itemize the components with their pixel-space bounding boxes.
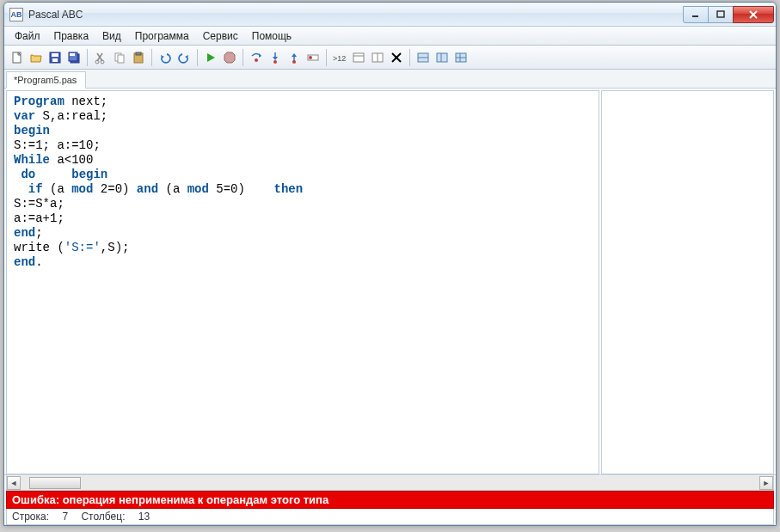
code-token: begin (71, 168, 107, 181)
horizontal-scrollbar[interactable]: ◄ ► (6, 475, 774, 491)
svg-rect-36 (437, 53, 447, 62)
svg-rect-6 (52, 53, 58, 57)
stop-icon[interactable] (220, 48, 239, 67)
code-token: mod (187, 182, 209, 196)
code-token: and (137, 182, 158, 196)
eval-icon[interactable]: >123 (330, 48, 349, 67)
svg-marker-19 (224, 52, 235, 63)
code-token: do (14, 168, 35, 181)
minimize-button[interactable] (683, 6, 709, 23)
code-token: end (14, 226, 35, 240)
close-button[interactable] (733, 6, 774, 23)
code-token: 2=0) (93, 182, 136, 196)
layout3-icon[interactable] (451, 48, 470, 67)
svg-rect-28 (353, 53, 364, 62)
titlebar[interactable]: AB Pascal ABC (4, 3, 776, 27)
svg-point-24 (292, 60, 296, 64)
copy-icon[interactable] (110, 48, 129, 67)
svg-point-22 (273, 60, 277, 64)
code-token (35, 168, 71, 181)
tab-program5[interactable]: *Program5.pas (6, 71, 86, 89)
svg-rect-10 (70, 53, 75, 56)
svg-point-20 (255, 58, 258, 62)
breakpoint-icon[interactable] (304, 48, 322, 67)
undo-icon[interactable] (156, 48, 175, 67)
scroll-left-icon[interactable]: ◄ (7, 476, 21, 490)
scroll-right-icon[interactable]: ► (759, 476, 773, 490)
status-bar: Строка: 7 Столбец: 13 (6, 509, 774, 525)
toolbar: >123 (4, 46, 776, 70)
code-token: (a (43, 182, 72, 196)
toolbar-separator (197, 49, 198, 66)
window-title: Pascal ABC (28, 9, 684, 21)
menu-service[interactable]: Сервис (196, 28, 245, 45)
window-controls (684, 6, 774, 23)
menu-program[interactable]: Программа (128, 28, 196, 45)
toolbar-separator (87, 49, 88, 66)
svg-point-26 (309, 56, 312, 59)
status-col-label: Столбец: (81, 511, 125, 523)
save-all-icon[interactable] (64, 48, 83, 67)
code-token: While (14, 153, 50, 167)
error-bar: Ошибка: операция неприменима к операндам… (6, 491, 774, 509)
step-over-icon[interactable] (247, 48, 266, 67)
code-token: then (274, 182, 304, 196)
app-icon: AB (9, 8, 23, 21)
svg-rect-16 (118, 55, 124, 63)
save-icon[interactable] (46, 48, 64, 67)
svg-rect-7 (52, 58, 58, 62)
step-out-icon[interactable] (285, 48, 304, 67)
toolbar-separator (151, 49, 152, 66)
status-col-value: 13 (138, 511, 150, 523)
scrollbar-track[interactable] (21, 476, 759, 490)
code-token: a<100 (50, 153, 93, 167)
new-file-icon[interactable] (8, 48, 27, 67)
toolbar-separator (243, 49, 243, 66)
side-panel (601, 90, 774, 474)
paste-icon[interactable] (129, 48, 148, 67)
code-token: var (14, 109, 35, 123)
code-token: next; (64, 95, 107, 108)
menu-file[interactable]: Файл (8, 28, 47, 45)
code-token: a:=a+1; (14, 211, 64, 225)
code-token: ,S); (101, 241, 130, 254)
cut-icon[interactable] (91, 48, 110, 67)
layout2-icon[interactable] (433, 48, 451, 67)
editor-area: Program next; var S,a:real; begin S:=1; … (4, 89, 776, 475)
toolbar-separator (409, 49, 410, 66)
svg-rect-18 (136, 52, 141, 55)
step-into-icon[interactable] (266, 48, 285, 67)
menu-view[interactable]: Вид (95, 28, 128, 45)
code-token: Program (14, 95, 64, 108)
app-window: AB Pascal ABC Файл Правка Вид Программа … (3, 2, 777, 526)
open-file-icon[interactable] (27, 48, 46, 67)
code-token: S:=1; a:=10; (14, 138, 101, 152)
window1-icon[interactable] (349, 48, 368, 67)
scrollbar-thumb[interactable] (29, 477, 81, 489)
maximize-button[interactable] (708, 6, 734, 23)
toolbar-separator (326, 49, 327, 66)
code-token: S:=S*a; (14, 197, 64, 211)
menu-edit[interactable]: Правка (47, 28, 96, 45)
code-token: S,a:real; (35, 109, 107, 123)
code-token: ; (35, 226, 42, 240)
redo-icon[interactable] (175, 48, 193, 67)
code-token: (a (158, 182, 187, 196)
status-line-value: 7 (62, 511, 68, 523)
menu-help[interactable]: Помощь (245, 28, 298, 45)
layout1-icon[interactable] (414, 48, 433, 67)
code-token: 5=0) (209, 182, 274, 196)
code-token: begin (14, 124, 50, 138)
code-token: end (14, 255, 35, 269)
svg-rect-1 (717, 11, 724, 17)
code-editor[interactable]: Program next; var S,a:real; begin S:=1; … (6, 90, 599, 474)
code-token: write ( (14, 241, 64, 254)
code-token: . (35, 255, 42, 269)
run-icon[interactable] (201, 48, 220, 67)
status-line-label: Строка: (12, 511, 49, 523)
close-window-icon[interactable] (387, 48, 406, 67)
code-token: if (14, 182, 43, 196)
tab-strip: *Program5.pas (4, 70, 776, 89)
window2-icon[interactable] (368, 48, 387, 67)
code-token: mod (71, 182, 93, 196)
